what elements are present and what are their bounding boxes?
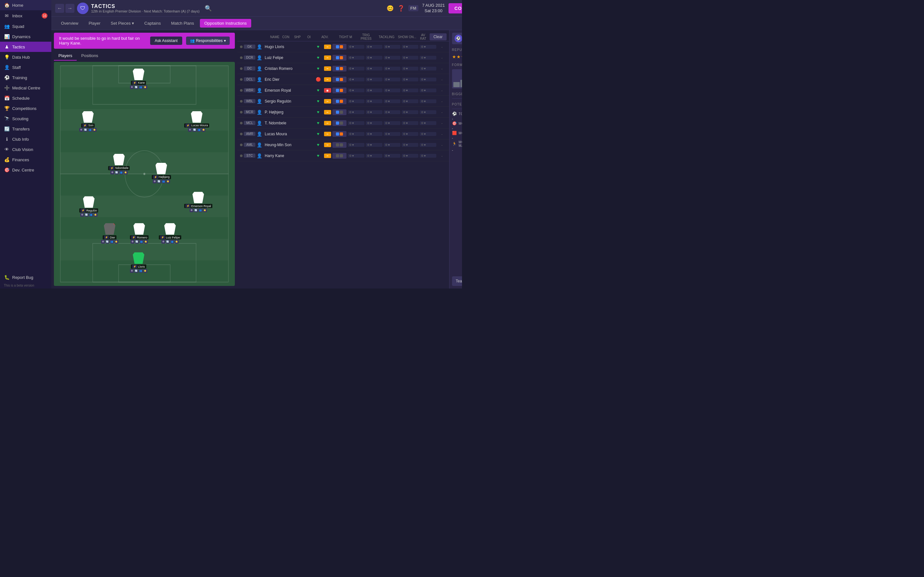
trig-press-control[interactable]: ⚙▾ <box>384 143 401 147</box>
clear-button[interactable]: Clear <box>430 33 447 40</box>
nav-forward-button[interactable]: → <box>65 4 74 13</box>
continue-button[interactable]: CONTINUE ▶ <box>449 3 462 13</box>
adv-control[interactable]: ⚙▾ <box>348 77 365 81</box>
oi-control[interactable] <box>333 131 347 137</box>
tackling-control[interactable]: ⚙▾ <box>402 121 418 125</box>
oi-control[interactable] <box>333 142 347 148</box>
adv-control[interactable]: ⚙▾ <box>348 56 365 60</box>
show-on-control[interactable]: ⚙▾ <box>420 89 436 92</box>
tackling-control[interactable]: ⚙▾ <box>402 67 418 71</box>
tight-m-control[interactable]: ⚙▾ <box>366 121 383 125</box>
tackling-control[interactable]: ⚙▾ <box>402 132 418 136</box>
tackling-control[interactable]: ⚙▾ <box>402 99 418 103</box>
sidebar-item-training[interactable]: ⚽ Training <box>0 73 51 83</box>
sidebar-item-dynamics[interactable]: 📊 Dynamics <box>0 31 51 42</box>
tackling-control[interactable]: ⚙▾ <box>402 45 418 49</box>
table-row[interactable]: DCR👤Luiz Felipe♥−⚙▾⚙▾⚙▾⚙▾⚙▾- <box>237 52 449 63</box>
adv-control[interactable]: ⚙▾ <box>348 89 365 92</box>
tab-players[interactable]: Players <box>54 51 77 61</box>
show-on-control[interactable]: ⚙▾ <box>420 110 436 114</box>
oi-control[interactable] <box>333 66 347 71</box>
sidebar-item-club-info[interactable]: ℹ Club Info <box>0 134 51 144</box>
oi-control[interactable] <box>333 98 347 104</box>
player-token-ndombele[interactable]: ⚡Ndombele ⚙ 🔄 👥 ⭐ <box>108 154 129 174</box>
sidebar-item-staff[interactable]: 👤 Staff <box>0 62 51 73</box>
trig-press-control[interactable]: ⚙▾ <box>384 99 401 103</box>
tight-m-control[interactable]: ⚙▾ <box>366 110 383 114</box>
face-button[interactable]: 😊 <box>387 5 394 12</box>
table-row[interactable]: GK👤Hugo Lloris♥−⚙▾⚙▾⚙▾⚙▾⚙▾- <box>237 41 449 52</box>
show-on-control[interactable]: ⚙▾ <box>420 121 436 125</box>
table-row[interactable]: STC👤Harry Kane♥−⚙▾⚙▾⚙▾⚙▾⚙▾- <box>237 150 449 161</box>
sidebar-item-inbox[interactable]: ✉ Inbox 16 <box>0 10 51 21</box>
sidebar-item-scouting[interactable]: 🔭 Scouting <box>0 113 51 124</box>
trig-press-control[interactable]: ⚙▾ <box>384 56 401 60</box>
trig-press-control[interactable]: ⚙▾ <box>384 77 401 81</box>
tab-overview[interactable]: Overview <box>57 19 83 27</box>
show-on-control[interactable]: ⚙▾ <box>420 56 436 60</box>
trig-press-control[interactable]: ⚙▾ <box>384 110 401 114</box>
oi-control[interactable] <box>333 44 347 50</box>
show-on-control[interactable]: ⚙▾ <box>420 99 436 103</box>
tight-m-control[interactable]: ⚙▾ <box>366 89 383 92</box>
table-row[interactable]: MCL👤T. Ndombele♥−⚙▾⚙▾⚙▾⚙▾⚙▾- <box>237 118 449 129</box>
tight-m-control[interactable]: ⚙▾ <box>366 132 383 136</box>
ask-assistant-button[interactable]: Ask Assistant <box>150 37 182 45</box>
tackling-control[interactable]: ⚙▾ <box>402 143 418 147</box>
sidebar-item-competitions[interactable]: 🏆 Competitions <box>0 103 51 113</box>
player-token-kane[interactable]: ⚡Kane ⚙ 🔄 👥 ⭐ <box>130 69 147 89</box>
sidebar-item-finances[interactable]: 💰 Finances <box>0 155 51 165</box>
tight-m-control[interactable]: ⚙▾ <box>366 77 383 81</box>
oi-control[interactable] <box>333 153 347 159</box>
table-row[interactable]: MCR👤P. Højbjerg♥−⚙▾⚙▾⚙▾⚙▾⚙▾- <box>237 107 449 118</box>
sidebar-item-club-vision[interactable]: 👁 Club Vision <box>0 144 51 155</box>
player-token-romero[interactable]: ⚡Romero ⚙ 🔄 👥 ⭐ <box>130 223 149 243</box>
tab-captains[interactable]: Captains <box>140 19 165 27</box>
tackling-control[interactable]: ⚙▾ <box>402 154 418 158</box>
sidebar-item-schedule[interactable]: 📅 Schedule <box>0 93 51 103</box>
tab-positions[interactable]: Positions <box>77 51 103 61</box>
table-row[interactable]: AML👤Heung-Min Son♥−⚙▾⚙▾⚙▾⚙▾⚙▾- <box>237 139 449 150</box>
responsibilities-button[interactable]: 👥 Responsibilities ▾ <box>186 37 230 45</box>
oi-control[interactable] <box>333 87 347 93</box>
sidebar-item-tactics[interactable]: ♟ Tactics <box>0 42 51 52</box>
oi-control[interactable] <box>333 120 347 126</box>
table-row[interactable]: DC👤Cristian Romero♥−⚙▾⚙▾⚙▾⚙▾⚙▾- <box>237 63 449 74</box>
show-on-control[interactable]: ⚙▾ <box>420 132 436 136</box>
tight-m-control[interactable]: ⚙▾ <box>366 154 383 158</box>
tight-m-control[interactable]: ⚙▾ <box>366 67 383 71</box>
trig-press-control[interactable]: ⚙▾ <box>384 154 401 158</box>
show-on-control[interactable]: ⚙▾ <box>420 45 436 49</box>
player-token-lloris[interactable]: ⚡Lloris ⚙ 🔄 👥 ⭐ <box>130 252 147 273</box>
oi-control[interactable] <box>333 55 347 61</box>
player-token-luiz-felipe[interactable]: ⚡Luiz Felipe ⚙ 🔄 👥 ⭐ <box>159 223 181 243</box>
sidebar-item-dev-centre[interactable]: 🎯 Dev. Centre <box>0 165 51 175</box>
adv-control[interactable]: ⚙▾ <box>348 99 365 103</box>
nav-back-button[interactable]: ← <box>55 4 64 13</box>
oi-control[interactable] <box>333 109 347 115</box>
tab-set-pieces[interactable]: Set Pieces <box>106 19 139 27</box>
sidebar-item-medical[interactable]: ➕ Medical Centre <box>0 83 51 93</box>
tight-m-control[interactable]: ⚙▾ <box>366 99 383 103</box>
tight-m-control[interactable]: ⚙▾ <box>366 143 383 147</box>
table-row[interactable]: DCL👤Eric Dier🔴−⚙▾⚙▾⚙▾⚙▾⚙▾- <box>237 74 449 85</box>
table-row[interactable]: AMR👤Lucas Moura♥−⚙▾⚙▾⚙▾⚙▾⚙▾- <box>237 129 449 139</box>
player-token-son[interactable]: ⚡Son ⚙ 🔄 👥 ⭐ <box>79 111 97 132</box>
trig-press-control[interactable]: ⚙▾ <box>384 132 401 136</box>
player-token-emerson-royal[interactable]: ⚡Emerson Royal ⚙ 🔄 👥 ⭐ <box>184 192 212 212</box>
player-token-hojbjerg[interactable]: ⚡Højbjerg ⚙ 🔄 👥 ⭐ <box>152 163 171 183</box>
search-button[interactable]: 🔍 <box>205 5 212 12</box>
sidebar-item-report-bug[interactable]: 🐛 Report Bug <box>0 272 51 282</box>
player-token-reguilon[interactable]: ⚡Regulón ⚙ 🔄 👥 ⭐ <box>79 196 99 217</box>
player-token-lucas-moura[interactable]: ⚡Lucas Moura ⚙ 🔄 👥 ⭐ <box>184 111 209 132</box>
adv-control[interactable]: ⚙▾ <box>348 132 365 136</box>
tab-player[interactable]: Player <box>84 19 105 27</box>
adv-control[interactable]: ⚙▾ <box>348 121 365 125</box>
trig-press-control[interactable]: ⚙▾ <box>384 67 401 71</box>
adv-control[interactable]: ⚙▾ <box>348 45 365 49</box>
show-on-control[interactable]: ⚙▾ <box>420 67 436 71</box>
tackling-control[interactable]: ⚙▾ <box>402 56 418 60</box>
show-on-control[interactable]: ⚙▾ <box>420 77 436 81</box>
trig-press-control[interactable]: ⚙▾ <box>384 121 401 125</box>
trig-press-control[interactable]: ⚙▾ <box>384 45 401 49</box>
